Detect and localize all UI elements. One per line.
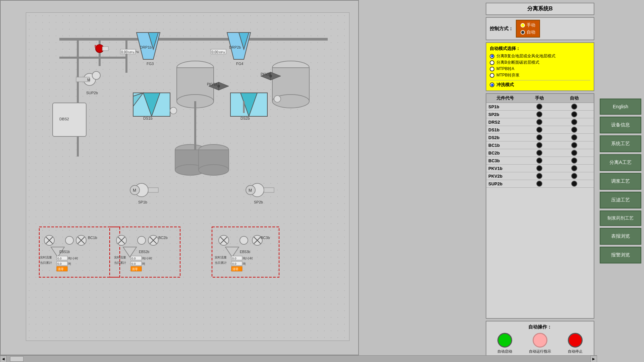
option-3-label: MTPB转弃浆 — [496, 72, 520, 78]
bc3b-auto-indicator[interactable] — [557, 158, 592, 164]
svg-rect-11 — [53, 103, 86, 136]
sup2b-manual-indicator[interactable] — [522, 181, 557, 187]
svg-point-139 — [170, 107, 177, 114]
svg-text:MPa: MPa — [128, 51, 135, 54]
option-1-label: 分离B全断面碳岩层模式 — [496, 60, 539, 65]
svg-text:实时流量: 实时流量 — [40, 256, 52, 259]
flush-mode-label: 冲洗模式 — [496, 82, 514, 88]
alarm-browse-button[interactable]: 报警浏览 — [600, 247, 641, 263]
col-header-auto: 自动 — [557, 95, 592, 101]
process-diagram: M M — [26, 12, 350, 341]
auto-start-label: 自动启动 — [497, 349, 512, 354]
components-table: 元件代号 手动 自动 SP1b SP2b DRS2 DS1b — [486, 93, 594, 319]
comp-name-ds1b: DS1b — [488, 127, 522, 132]
bc1b-manual-indicator[interactable] — [522, 142, 557, 148]
comp-name-sp1b: SP1b — [488, 104, 522, 109]
auto-start-button[interactable]: 自动启动 — [497, 333, 512, 354]
pkv1b-manual-indicator[interactable] — [522, 165, 557, 171]
comp-name-bc2b: BC2b — [488, 150, 522, 156]
auto-mode-section: 自动模式选择： 分离B复合地层或全风化地层模式 分离B全断面碳岩层模式 MTPB… — [486, 42, 594, 91]
bc2b-manual-indicator[interactable] — [522, 150, 557, 156]
svg-point-55 — [65, 236, 73, 244]
auto-mode-row[interactable]: 自动 — [521, 29, 535, 35]
svg-text:DBS2: DBS2 — [59, 117, 69, 121]
svg-text:EBS3b: EBS3b — [240, 250, 251, 254]
diagram-area: M M — [0, 0, 359, 355]
scroll-left-arrow[interactable]: ◀ — [0, 356, 7, 362]
table-row: DRS2 — [486, 118, 594, 126]
english-button[interactable]: English — [600, 99, 641, 115]
table-row: BC1b — [486, 141, 594, 149]
sp2b-auto-indicator[interactable] — [557, 111, 592, 117]
auto-stop-label: 自动停止 — [568, 349, 583, 354]
drs2-manual-indicator[interactable] — [522, 119, 557, 125]
bc3b-manual-indicator[interactable] — [522, 158, 557, 164]
bc1b-auto-indicator[interactable] — [557, 142, 592, 148]
mode-selector[interactable]: 手动 自动 — [516, 20, 540, 38]
svg-text:DS2b: DS2b — [240, 116, 250, 120]
drs2-auto-indicator[interactable] — [557, 119, 592, 125]
pkv2b-auto-indicator[interactable] — [557, 173, 592, 179]
pkv2b-manual-indicator[interactable] — [522, 173, 557, 179]
scrollbar-track[interactable] — [7, 356, 590, 362]
svg-text:M: M — [133, 188, 136, 193]
svg-text:当日累计: 当日累计 — [215, 261, 227, 264]
svg-point-71 — [240, 236, 248, 244]
auto-mode-option-1[interactable]: 分离B全断面碳岩层模式 — [490, 60, 590, 65]
scrollbar-handle[interactable] — [10, 356, 23, 362]
sp2b-manual-indicator[interactable] — [522, 111, 557, 117]
slurry-chemicals-button[interactable]: 制浆药剂工艺 — [600, 210, 641, 226]
svg-rect-45 — [148, 188, 158, 192]
table-row: BC3b — [486, 157, 594, 165]
auto-mode-option-0[interactable]: 分离B复合地层或全风化地层模式 — [490, 53, 590, 59]
comp-name-ds2b: DS2b — [488, 135, 522, 140]
svg-text:0.00: 0.00 — [121, 50, 128, 54]
svg-text:FG3: FG3 — [147, 62, 154, 66]
ds2b-manual-indicator[interactable] — [522, 134, 557, 140]
svg-text:实时流量: 实时流量 — [114, 256, 126, 259]
svg-text:0.0: 0.0 — [57, 262, 62, 265]
sp1b-manual-indicator[interactable] — [522, 104, 557, 110]
scroll-right-arrow[interactable]: ▶ — [590, 356, 597, 362]
svg-text:当日累计: 当日累计 — [114, 261, 126, 264]
auto-operation-section: 自动操作： 自动启动 自动运行指示 自动停止 — [486, 321, 594, 359]
auto-radio-indicator — [521, 30, 525, 35]
svg-text:MPa: MPa — [219, 51, 225, 54]
svg-text:PKV1b: PKV1b — [207, 82, 218, 86]
ds1b-auto-indicator[interactable] — [557, 127, 592, 133]
scrollbar-bottom[interactable]: ◀ ▶ — [0, 355, 597, 362]
svg-text:DS1b: DS1b — [143, 116, 153, 120]
sp1b-auto-indicator[interactable] — [557, 104, 592, 110]
sup2b-auto-indicator[interactable] — [557, 181, 592, 187]
ds1b-manual-indicator[interactable] — [522, 127, 557, 133]
svg-text:吨/小时: 吨/小时 — [142, 257, 152, 260]
table-row: DS2b — [486, 134, 594, 141]
bc2b-auto-indicator[interactable] — [557, 150, 592, 156]
svg-text:吨/小时: 吨/小时 — [243, 257, 253, 260]
pkv1b-auto-indicator[interactable] — [557, 165, 592, 171]
auto-mode-option-2[interactable]: MTPB转A — [490, 66, 590, 72]
report-browse-button[interactable]: 表报浏览 — [600, 228, 641, 245]
slurry-mixing-button[interactable]: 调浆工艺 — [600, 173, 641, 190]
svg-text:吨: 吨 — [142, 262, 145, 265]
device-info-button[interactable]: 设备信息 — [600, 117, 641, 133]
auto-stop-button[interactable]: 自动停止 — [568, 333, 583, 354]
comp-name-pkv2b: PKV2b — [488, 174, 522, 179]
manual-mode-label: 手动 — [527, 22, 535, 28]
comp-name-bc1b: BC1b — [488, 143, 522, 148]
pressure-filtration-button[interactable]: 压滤工艺 — [600, 192, 641, 208]
separation-a-button[interactable]: 分离A工艺 — [600, 154, 641, 171]
col-header-name: 元件代号 — [488, 95, 522, 101]
auto-op-title: 自动操作： — [489, 324, 591, 330]
system-process-button[interactable]: 系统工艺 — [600, 135, 641, 152]
comp-table-header: 元件代号 手动 自动 — [486, 94, 594, 103]
auto-mode-option-3[interactable]: MTPB转弃浆 — [490, 72, 590, 78]
svg-text:BC1b: BC1b — [88, 236, 97, 240]
svg-text:0.00: 0.00 — [212, 50, 218, 54]
svg-text:吨: 吨 — [68, 262, 71, 265]
manual-mode-row[interactable]: 手动 — [521, 22, 535, 28]
svg-text:0.0: 0.0 — [232, 257, 236, 260]
ds2b-auto-indicator[interactable] — [557, 134, 592, 140]
flush-mode-radio[interactable] — [490, 82, 494, 87]
table-row: PKV1b — [486, 165, 594, 172]
